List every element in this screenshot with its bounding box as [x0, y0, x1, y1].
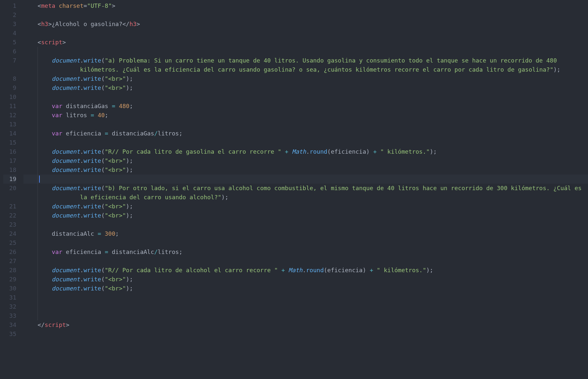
token-str: "<br>"	[105, 276, 126, 283]
token-obj: document	[52, 148, 80, 155]
code-line[interactable]: <meta charset="UTF-8">	[23, 1, 588, 10]
token-punct: .	[80, 57, 84, 64]
token-punct: );	[126, 276, 133, 283]
code-line[interactable]: document.write("<br>");	[23, 83, 588, 92]
line-number[interactable]: 35	[3, 330, 16, 339]
indent-guide	[37, 56, 38, 74]
line-number[interactable]: 28	[3, 266, 16, 275]
line-number[interactable]: 17	[3, 156, 16, 165]
token-plain	[62, 112, 66, 119]
indent-guide	[37, 293, 38, 302]
line-number[interactable]: 26	[3, 247, 16, 257]
line-number-gutter: 1234567891011121314151617181920212223242…	[0, 0, 21, 379]
code-line[interactable]	[23, 120, 588, 129]
token-punct: >	[112, 2, 115, 9]
line-number[interactable]: 33	[3, 311, 16, 320]
line-number[interactable]: 32	[3, 302, 16, 311]
token-punct: ;	[179, 130, 183, 137]
code-line[interactable]: var eficiencia = distanciaAlc/litros;	[23, 247, 588, 257]
code-line[interactable]: var distanciaGas = 480;	[23, 102, 588, 111]
code-line[interactable]: distanciaAlc = 300;	[23, 229, 588, 238]
line-number[interactable]: 29	[3, 275, 16, 284]
line-number[interactable]: 7	[3, 56, 16, 74]
code-line[interactable]	[23, 330, 588, 339]
token-op: +	[281, 267, 285, 274]
code-line[interactable]: <h3>¿Alcohol o gasolina?</h3>	[23, 20, 588, 29]
line-number[interactable]: 1	[3, 1, 16, 10]
token-punct: </	[122, 21, 129, 27]
token-kw: var	[52, 248, 63, 255]
code-line[interactable]: </script>	[23, 320, 588, 330]
code-editor[interactable]: 1234567891011121314151617181920212223242…	[0, 0, 588, 379]
line-number[interactable]: 3	[3, 20, 16, 29]
line-number[interactable]: 14	[3, 129, 16, 138]
line-number[interactable]: 23	[3, 220, 16, 229]
line-number[interactable]: 21	[3, 202, 16, 211]
code-line[interactable]: document.write("<br>");	[23, 275, 588, 284]
code-line[interactable]	[23, 238, 588, 247]
code-line[interactable]	[23, 10, 588, 20]
token-obj: document	[52, 157, 80, 164]
code-line[interactable]	[23, 302, 588, 311]
line-number[interactable]: 20	[3, 184, 16, 202]
code-line[interactable]	[23, 257, 588, 266]
token-punct: .	[80, 212, 83, 219]
code-line[interactable]: var eficiencia = distanciaGas/litros;	[23, 129, 588, 138]
code-area[interactable]: <meta charset="UTF-8"> <h3>¿Alcohol o ga…	[21, 0, 588, 379]
code-line[interactable]: var litros = 40;	[23, 111, 588, 120]
line-number[interactable]: 25	[3, 238, 16, 247]
line-number[interactable]: 19	[3, 175, 16, 184]
line-number[interactable]: 2	[3, 10, 16, 20]
line-number[interactable]: 10	[3, 92, 16, 102]
indent-guide	[37, 284, 38, 293]
line-number[interactable]: 31	[3, 293, 16, 302]
indent-guide	[37, 275, 38, 284]
line-number[interactable]: 13	[3, 120, 16, 129]
line-number[interactable]: 6	[3, 47, 16, 56]
indent	[23, 321, 37, 328]
code-line[interactable]	[23, 29, 588, 38]
line-number[interactable]: 22	[3, 211, 16, 220]
code-line[interactable]: document.write("<br>");	[23, 202, 588, 211]
code-line[interactable]: document.write("<br>");	[23, 284, 588, 293]
code-line[interactable]: document.write("R// Por cada litro de al…	[23, 266, 588, 275]
code-line[interactable]	[23, 293, 588, 302]
code-line[interactable]	[23, 220, 588, 229]
line-number[interactable]: 30	[3, 284, 16, 293]
token-str: "<br>"	[105, 157, 126, 164]
code-line[interactable]	[23, 175, 588, 184]
line-number[interactable]: 15	[3, 138, 16, 147]
code-line[interactable]: document.write("<br>");	[23, 211, 588, 220]
token-punct: (	[101, 267, 105, 274]
line-number[interactable]: 8	[3, 74, 16, 83]
line-number[interactable]: 9	[3, 83, 16, 92]
code-line[interactable]: document.write("R// Por cada litro de ga…	[23, 147, 588, 156]
code-line[interactable]: document.write("a) Problema: Si un carro…	[23, 56, 588, 74]
token-op: +	[285, 148, 288, 155]
token-punct: (	[101, 285, 105, 292]
code-line[interactable]: document.write("b) Por otro lado, si el …	[23, 184, 588, 202]
line-number[interactable]: 16	[3, 147, 16, 156]
code-line[interactable]	[23, 138, 588, 147]
line-number[interactable]: 12	[3, 111, 16, 120]
token-op: +	[373, 148, 377, 155]
line-number[interactable]: 18	[3, 165, 16, 175]
line-number[interactable]: 4	[3, 29, 16, 38]
token-punct: .	[80, 157, 83, 164]
code-line[interactable]	[23, 311, 588, 320]
code-line[interactable]	[23, 47, 588, 56]
indent-guide	[37, 238, 38, 247]
line-number[interactable]: 27	[3, 257, 16, 266]
code-line[interactable]: document.write("<br>");	[23, 165, 588, 175]
line-number[interactable]: 34	[3, 320, 16, 330]
code-line[interactable]: document.write("<br>");	[23, 156, 588, 165]
line-number[interactable]: 24	[3, 229, 16, 238]
code-line[interactable]	[23, 92, 588, 102]
token-punct: (	[101, 212, 105, 219]
token-str: "UTF-8"	[87, 2, 112, 9]
code-line[interactable]: document.write("<br>");	[23, 74, 588, 83]
code-line[interactable]: <script>	[23, 38, 588, 47]
line-number[interactable]: 5	[3, 38, 16, 47]
line-number[interactable]: 11	[3, 102, 16, 111]
token-str: "R// Por cada litro de alcohol el carro …	[105, 267, 278, 274]
